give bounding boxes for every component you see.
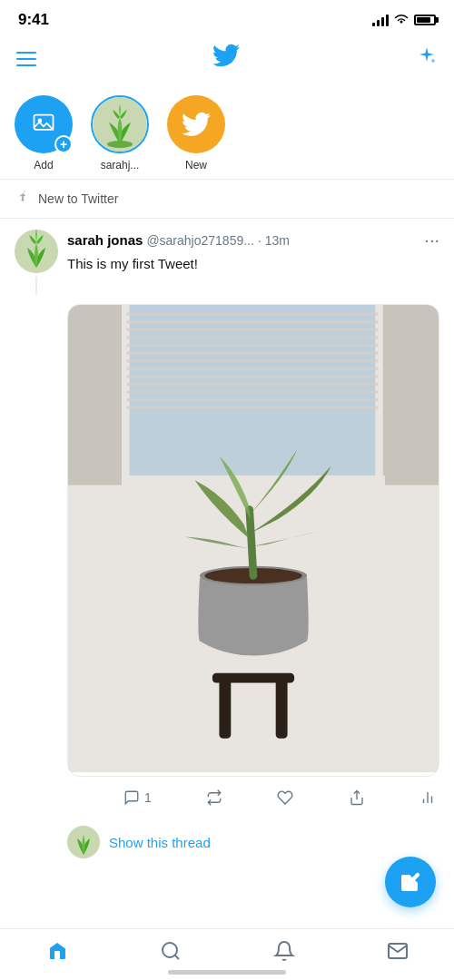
tweet-actions: 1: [120, 777, 439, 820]
new-to-twitter-banner: New to Twitter: [0, 180, 454, 219]
svg-rect-11: [126, 320, 378, 323]
svg-point-31: [163, 943, 177, 957]
svg-rect-19: [126, 383, 378, 386]
reply-button[interactable]: 1: [120, 786, 155, 809]
svg-rect-15: [126, 352, 378, 355]
story-add-label: Add: [34, 159, 53, 172]
twitter-logo: [212, 42, 240, 75]
svg-rect-14: [126, 344, 378, 347]
battery-icon: [414, 15, 436, 25]
tweet-more-button[interactable]: ···: [424, 230, 439, 250]
tweet-time: 13m: [265, 233, 290, 248]
story-new[interactable]: New: [167, 95, 225, 172]
svg-rect-10: [126, 313, 378, 316]
story-sarahj[interactable]: sarahj...: [91, 95, 149, 172]
story-add-avatar: +: [15, 95, 73, 153]
story-add[interactable]: + Add: [15, 95, 73, 172]
nav-home[interactable]: [46, 940, 68, 962]
story-sarahj-label: sarahj...: [101, 159, 140, 172]
stories-row: + Add sarahj...: [0, 84, 454, 179]
wifi-icon: [394, 13, 409, 27]
tweet-name-row: sarah jonas @sarahjo271859... · 13m ···: [67, 230, 439, 250]
stats-button[interactable]: [416, 786, 439, 809]
tweet-header: sarah jonas @sarahjo271859... · 13m ··· …: [15, 230, 439, 295]
tweet-avatar[interactable]: [15, 230, 58, 273]
tweet-text: This is my first Tweet!: [67, 254, 439, 273]
svg-rect-21: [126, 398, 378, 401]
svg-rect-25: [276, 675, 288, 739]
svg-rect-26: [212, 673, 294, 683]
svg-rect-16: [126, 359, 378, 362]
tweet: sarah jonas @sarahjo271859... · 13m ··· …: [0, 219, 454, 820]
menu-button[interactable]: [16, 52, 36, 66]
new-to-twitter-text: New to Twitter: [38, 191, 118, 206]
svg-rect-17: [126, 368, 378, 370]
nav-search[interactable]: [160, 940, 182, 962]
compose-button[interactable]: [385, 857, 436, 907]
svg-rect-12: [126, 328, 378, 331]
thread-line: [35, 277, 37, 295]
svg-rect-13: [126, 336, 378, 338]
tweet-handle: @sarahjo271859...: [146, 233, 254, 248]
sparkle-button[interactable]: [416, 45, 438, 73]
svg-rect-24: [219, 675, 231, 739]
status-icons: [372, 13, 436, 27]
tweet-dot: ·: [258, 233, 262, 248]
status-bar: 9:41: [0, 0, 454, 34]
status-time: 9:41: [18, 11, 49, 29]
svg-rect-22: [126, 407, 378, 409]
add-plus-badge: +: [54, 135, 73, 153]
top-nav: [0, 34, 454, 84]
signal-icon: [372, 14, 389, 26]
story-new-label: New: [185, 159, 207, 172]
show-thread-link[interactable]: Show this thread: [109, 835, 211, 850]
pin-icon: [15, 189, 31, 209]
retweet-button[interactable]: [202, 786, 226, 809]
tweet-display-name: sarah jonas: [67, 232, 143, 248]
home-indicator: [168, 970, 286, 975]
story-new-avatar: [167, 95, 225, 153]
svg-rect-7: [122, 305, 130, 485]
svg-rect-8: [375, 305, 383, 485]
nav-messages[interactable]: [387, 940, 409, 962]
tweet-image: [67, 304, 439, 777]
like-button[interactable]: [273, 786, 297, 809]
reply-count: 1: [144, 790, 152, 805]
tweet-meta: sarah jonas @sarahjo271859... · 13m ··· …: [67, 230, 439, 273]
thread-avatar-small: [67, 826, 100, 858]
show-thread-row: Show this thread: [0, 820, 454, 873]
share-button[interactable]: [345, 786, 369, 809]
story-sarahj-avatar: [91, 95, 149, 153]
svg-rect-18: [126, 375, 378, 377]
nav-notifications[interactable]: [273, 940, 295, 962]
svg-rect-20: [126, 390, 378, 393]
